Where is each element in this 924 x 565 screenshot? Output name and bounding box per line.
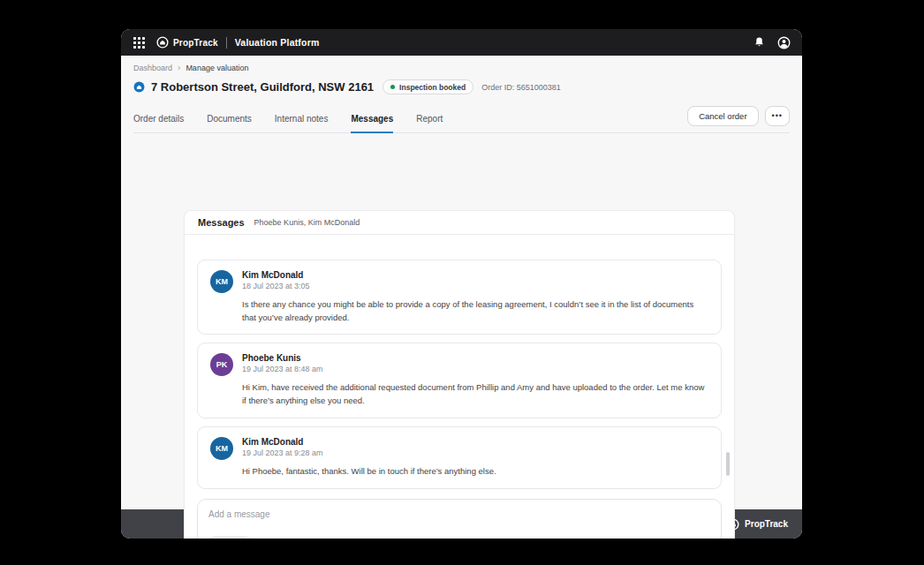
- tab-report[interactable]: Report: [416, 114, 443, 133]
- breadcrumb: Dashboard › Manage valuation: [133, 64, 790, 72]
- desktop-background: PropTrack Valuation Platform: [0, 0, 924, 565]
- message-author: Phoebe Kunis: [242, 353, 708, 363]
- product-name: Valuation Platform: [235, 37, 320, 48]
- messages-panel-header: Messages Phoebe Kunis, Kim McDonald: [185, 211, 734, 235]
- tabs: Order details Documents Internal notes M…: [133, 114, 443, 132]
- panel-title: Messages: [198, 217, 245, 228]
- composer-section: Send 2000 characters remaining: [185, 489, 734, 539]
- scrollbar-thumb[interactable]: [726, 452, 730, 476]
- status-badge: Inspection booked: [382, 79, 473, 94]
- message-content: Kim McDonald 19 Jul 2023 at 9:28 am Hi P…: [242, 437, 708, 478]
- notifications-bell-icon[interactable]: [754, 36, 765, 49]
- tab-order-details[interactable]: Order details: [133, 114, 184, 133]
- avatar: PK: [210, 353, 233, 376]
- message-timestamp: 19 Jul 2023 at 8:48 am: [242, 365, 708, 373]
- header-actions: Cancel order •••: [687, 106, 790, 126]
- message-author: Kim McDonald: [242, 270, 708, 280]
- messages-list: KM Kim McDonald 18 Jul 2023 at 3:05 Is t…: [185, 235, 734, 489]
- tab-messages[interactable]: Messages: [351, 114, 393, 133]
- app-window: PropTrack Valuation Platform: [121, 29, 802, 539]
- breadcrumb-separator-icon: ›: [178, 64, 180, 72]
- brand-name: PropTrack: [173, 38, 218, 48]
- page-header: Dashboard › Manage valuation 7 Robertson…: [121, 56, 802, 133]
- messages-panel: Messages Phoebe Kunis, Kim McDonald KM K…: [184, 210, 735, 539]
- bell-glyph: [754, 36, 765, 49]
- breadcrumb-dashboard-link[interactable]: Dashboard: [133, 64, 172, 72]
- account-avatar-icon[interactable]: [777, 36, 791, 49]
- apps-grid-icon[interactable]: [133, 36, 146, 49]
- panel-participants: Phoebe Kunis, Kim McDonald: [254, 218, 360, 227]
- avatar: KM: [210, 270, 233, 293]
- proptrack-house-icon: [156, 36, 169, 49]
- message-timestamp: 19 Jul 2023 at 9:28 am: [242, 448, 708, 457]
- message-body: Hi Kim, have received the additional req…: [242, 381, 708, 407]
- status-label: Inspection booked: [399, 83, 466, 92]
- topbar-divider: [226, 37, 227, 49]
- cancel-order-button[interactable]: Cancel order: [687, 106, 758, 126]
- message-content: Kim McDonald 18 Jul 2023 at 3:05 Is ther…: [242, 270, 708, 324]
- more-options-button[interactable]: •••: [765, 106, 790, 126]
- tab-documents[interactable]: Documents: [207, 114, 252, 133]
- status-dot-icon: [390, 85, 395, 89]
- proptrack-logo[interactable]: PropTrack: [156, 36, 218, 49]
- tabs-bar: Order details Documents Internal notes M…: [133, 106, 790, 133]
- order-title-row: 7 Robertson Street, Guildford, NSW 2161 …: [133, 79, 790, 94]
- message-card: PK Phoebe Kunis 19 Jul 2023 at 8:48 am H…: [197, 343, 722, 418]
- message-card: KM Kim McDonald 19 Jul 2023 at 9:28 am H…: [197, 426, 722, 489]
- message-body: Hi Phoebe, fantastic, thanks. Will be in…: [242, 465, 708, 478]
- message-composer: Send: [197, 499, 722, 539]
- message-card: KM Kim McDonald 18 Jul 2023 at 3:05 Is t…: [197, 260, 722, 335]
- breadcrumb-current: Manage valuation: [186, 64, 248, 72]
- main-content: Messages Phoebe Kunis, Kim McDonald KM K…: [121, 133, 802, 509]
- apps-grid-glyph: [133, 37, 145, 49]
- message-content: Phoebe Kunis 19 Jul 2023 at 8:48 am Hi K…: [242, 353, 708, 407]
- property-address: 7 Robertson Street, Guildford, NSW 2161: [151, 80, 374, 94]
- account-glyph: [777, 36, 791, 49]
- tab-internal-notes[interactable]: Internal notes: [275, 114, 329, 133]
- order-id: Order ID: 5651000381: [481, 83, 561, 92]
- message-input[interactable]: [208, 509, 710, 531]
- message-body: Is there any chance you might be able to…: [242, 298, 708, 324]
- top-app-bar: PropTrack Valuation Platform: [121, 29, 802, 56]
- message-author: Kim McDonald: [242, 437, 708, 447]
- avatar: KM: [210, 437, 233, 460]
- send-button[interactable]: Send: [208, 536, 252, 539]
- property-marker-icon: [133, 81, 145, 93]
- footer-brand-name: PropTrack: [745, 519, 788, 529]
- message-timestamp: 18 Jul 2023 at 3:05: [242, 282, 708, 290]
